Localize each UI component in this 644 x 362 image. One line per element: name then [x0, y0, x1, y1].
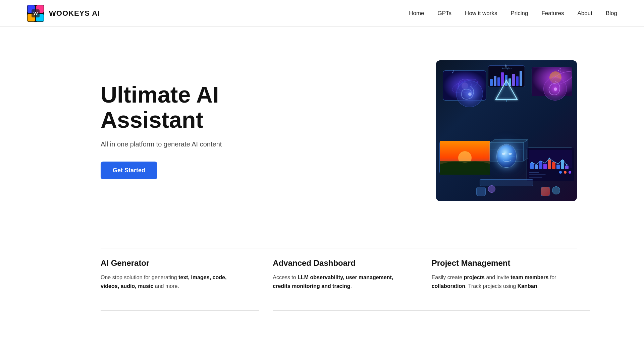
svg-point-29	[549, 158, 550, 160]
feature-card-ai-generator: AI Generator One stop solution for gener…	[101, 248, 259, 300]
asterisk-icon: ✳	[504, 64, 508, 68]
feature-title-project: Project Management	[432, 258, 564, 268]
svg-rect-19	[530, 163, 534, 169]
svg-line-56	[509, 101, 510, 102]
logo-link[interactable]: W WOOKEYS AI	[27, 5, 100, 22]
feature-desc-dashboard: Access to LLM observability, user manage…	[273, 273, 398, 290]
svg-point-36	[569, 171, 571, 174]
svg-rect-21	[539, 161, 542, 169]
ai-head	[496, 144, 517, 168]
feature-card-project: Project Management Easily create project…	[418, 248, 577, 300]
nav-blog[interactable]: Blog	[606, 10, 617, 17]
svg-marker-53	[496, 80, 517, 100]
float-item-3	[541, 187, 550, 196]
svg-point-35	[564, 171, 567, 174]
svg-point-30	[566, 164, 568, 166]
svg-rect-24	[552, 162, 555, 169]
hero-visual: Analytics	[436, 60, 577, 201]
nav-how-it-works[interactable]: How it works	[465, 10, 497, 17]
svg-rect-27	[565, 166, 569, 169]
float-item-2	[488, 185, 495, 193]
nav-about[interactable]: About	[578, 10, 592, 17]
platform-base	[480, 179, 533, 186]
hero-section: Ultimate AI Assistant All in one platfor…	[0, 27, 644, 235]
svg-rect-25	[556, 165, 560, 169]
svg-point-34	[559, 171, 562, 174]
svg-rect-20	[535, 165, 538, 169]
triangle-icon	[493, 79, 520, 104]
divider-3	[432, 310, 590, 311]
feature-title-dashboard: Advanced Dashboard	[273, 258, 398, 268]
main-nav: Home GPTs How it works Pricing Features …	[409, 10, 617, 17]
hero-subtitle: All in one platform to generate AI conte…	[101, 140, 222, 148]
header: W WOOKEYS AI Home GPTs How it works Pric…	[0, 0, 644, 27]
svg-line-55	[503, 101, 504, 102]
svg-rect-33	[529, 177, 542, 178]
feature-desc-ai-generator: One stop solution for generating text, i…	[101, 273, 239, 290]
svg-rect-46	[520, 71, 522, 86]
feature-card-dashboard: Advanced Dashboard Access to LLM observa…	[259, 248, 418, 300]
swirl-left	[456, 80, 483, 107]
hero-image: Analytics	[436, 60, 577, 201]
nav-pricing[interactable]: Pricing	[511, 10, 528, 17]
feature-title-ai-generator: AI Generator	[101, 258, 239, 268]
svg-rect-22	[543, 164, 547, 169]
music-note-icon: ♪	[451, 68, 454, 74]
divider-1	[101, 310, 259, 311]
features-grid: AI Generator One stop solution for gener…	[101, 248, 577, 300]
nav-gpts[interactable]: GPTs	[438, 10, 452, 17]
swirl-right	[543, 77, 567, 101]
feature-dividers	[101, 300, 577, 311]
svg-point-62	[508, 153, 512, 155]
svg-point-61	[502, 153, 505, 155]
svg-rect-31	[529, 172, 539, 173]
music-note-icon-2: ♫	[557, 66, 562, 72]
svg-point-28	[531, 162, 533, 163]
get-started-button[interactable]: Get Started	[101, 162, 157, 179]
float-item-4	[552, 186, 560, 194]
divider-2	[273, 310, 431, 311]
svg-rect-23	[548, 160, 551, 169]
logo-text: WOOKEYS AI	[49, 9, 100, 18]
hero-content: Ultimate AI Assistant All in one platfor…	[101, 82, 222, 179]
panel-right-bottom	[527, 147, 574, 181]
features-section: AI Generator One stop solution for gener…	[0, 235, 644, 331]
svg-point-51	[554, 87, 557, 91]
svg-text:W: W	[33, 11, 38, 16]
panel-left-bottom	[439, 141, 490, 174]
logo-icon: W	[27, 5, 44, 22]
svg-point-49	[468, 93, 472, 96]
nav-features[interactable]: Features	[541, 10, 564, 17]
svg-rect-26	[561, 160, 564, 169]
float-item-1	[476, 187, 486, 196]
nav-home[interactable]: Home	[409, 10, 424, 17]
svg-rect-32	[529, 174, 546, 175]
feature-desc-project: Easily create projects and invite team m…	[432, 273, 564, 290]
svg-rect-38	[490, 79, 493, 86]
hero-title: Ultimate AI Assistant	[101, 82, 222, 132]
